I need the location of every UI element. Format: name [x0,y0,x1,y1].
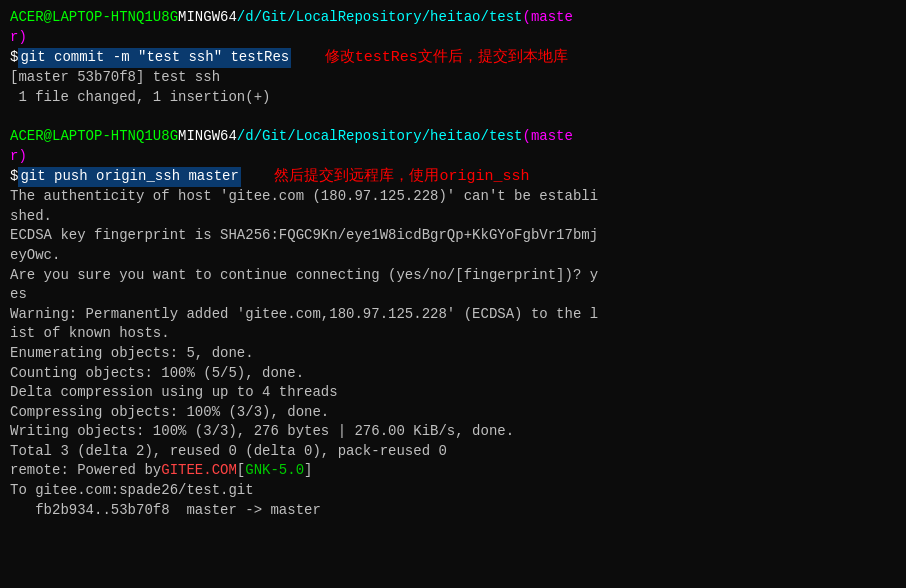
terminal-line: Warning: Permanently added 'gitee.com,18… [10,305,896,325]
terminal-line: eyOwc. [10,246,896,266]
terminal-line [10,107,896,127]
terminal-line: Enumerating objects: 5, done. [10,344,896,364]
terminal-line: shed. [10,207,896,227]
git-commit-command: git commit -m "test ssh" testRes [18,48,291,68]
terminal-line: Are you sure you want to continue connec… [10,266,896,286]
terminal-line: $ git push origin_ssh master 然后提交到远程库，使用… [10,166,896,187]
terminal-line: ACER@LAPTOP-HTNQ1U8G MINGW64 /d/Git/Loca… [10,8,896,28]
terminal-line: remote: Powered by GITEE.COM [GNK-5.0] [10,461,896,481]
gnk-version: GNK-5.0 [245,461,304,481]
gitee-link: GITEE.COM [161,461,237,481]
terminal-line: [master 53b70f8] test ssh [10,68,896,88]
terminal-window: ACER@LAPTOP-HTNQ1U8G MINGW64 /d/Git/Loca… [0,0,906,588]
terminal-line: $ git commit -m "test ssh" testRes 修改tes… [10,47,896,68]
terminal-line: Writing objects: 100% (3/3), 276 bytes |… [10,422,896,442]
terminal-line: r) [10,147,896,167]
git-push-command: git push origin_ssh master [18,167,240,187]
terminal-line: Compressing objects: 100% (3/3), done. [10,403,896,423]
terminal-line: The authenticity of host 'gitee.com (180… [10,187,896,207]
terminal-line: fb2b934..53b70f8 master -> master [10,501,896,521]
terminal-line: ACER@LAPTOP-HTNQ1U8G MINGW64 /d/Git/Loca… [10,127,896,147]
terminal-line: Total 3 (delta 2), reused 0 (delta 0), p… [10,442,896,462]
terminal-line: ist of known hosts. [10,324,896,344]
terminal-line: Delta compression using up to 4 threads [10,383,896,403]
username: ACER@LAPTOP-HTNQ1U8G [10,127,178,147]
terminal-line: es [10,285,896,305]
terminal-line: Counting objects: 100% (5/5), done. [10,364,896,384]
terminal-line: 1 file changed, 1 insertion(+) [10,88,896,108]
terminal-line: To gitee.com:spade26/test.git [10,481,896,501]
terminal-line: r) [10,28,896,48]
terminal-line: ECDSA key fingerprint is SHA256:FQGC9Kn/… [10,226,896,246]
username: ACER@LAPTOP-HTNQ1U8G [10,8,178,28]
